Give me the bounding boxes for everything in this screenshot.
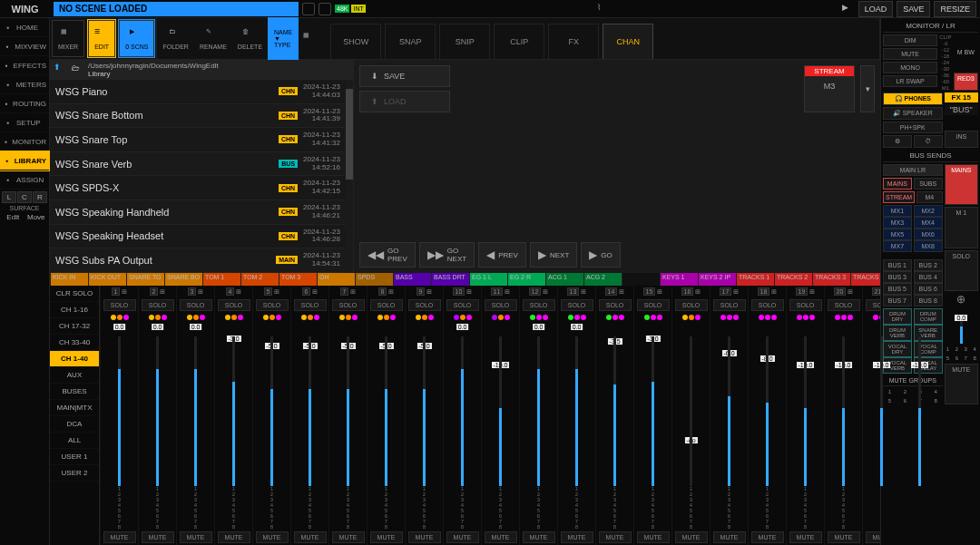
solo-button[interactable]: SOLO: [561, 299, 593, 311]
fader[interactable]: 0.0: [520, 322, 557, 486]
mute-button[interactable]: MUTE: [789, 531, 822, 543]
tab-show[interactable]: SHOW: [330, 24, 381, 59]
play-panel-icon[interactable]: ▶: [842, 3, 855, 15]
fader[interactable]: -3.0: [634, 322, 671, 486]
plus-icon[interactable]: ⊕: [945, 293, 978, 306]
phspk-button[interactable]: PH+SPK: [883, 122, 943, 133]
fader[interactable]: 0.0: [444, 322, 481, 486]
solo-button[interactable]: SOLO: [789, 299, 822, 311]
layer-aux[interactable]: AUX: [50, 367, 99, 384]
solo-button[interactable]: SOLO: [751, 299, 784, 311]
solo-button[interactable]: SOLO: [713, 299, 746, 311]
file-list[interactable]: WSG PianoCHN2024-11-2314:44:03WSG Snare …: [50, 80, 346, 273]
mx-send[interactable]: MX6: [914, 229, 943, 240]
mute-button[interactable]: MUTE: [332, 531, 365, 543]
rename-tool[interactable]: ✎RENAME: [194, 18, 232, 59]
solo-button[interactable]: SOLO: [294, 299, 327, 311]
layer-user2[interactable]: USER 2: [50, 465, 99, 482]
tab-clip[interactable]: CLIP: [494, 24, 544, 59]
layer-clrsolo[interactable]: CLR SOLO: [50, 286, 99, 302]
m4-send[interactable]: M4: [916, 191, 942, 203]
bus-send[interactable]: BUS 7: [883, 295, 912, 307]
stream-dropdown[interactable]: ▾: [860, 65, 875, 112]
subs-send[interactable]: SUBS: [914, 178, 943, 190]
save-button[interactable]: SAVE: [897, 1, 930, 17]
fader[interactable]: -10.0: [482, 322, 519, 486]
fader[interactable]: -10.0: [825, 322, 862, 486]
move-toggle[interactable]: Move: [25, 213, 48, 221]
file-row[interactable]: WSG Subs PA OutputMAIN2024-11-2314:54:31: [50, 248, 346, 273]
layer-ch116[interactable]: CH 1-16: [50, 302, 99, 318]
strip-header-cell[interactable]: TOM 2: [240, 273, 279, 286]
tab-fx[interactable]: FX: [548, 24, 599, 59]
bus-send[interactable]: BUS 2: [914, 259, 943, 271]
strip-header-cell[interactable]: TRACKS 3: [812, 273, 850, 286]
scenes-tool[interactable]: ▶0 SCNS: [119, 20, 154, 57]
mx-send[interactable]: MX3: [883, 217, 912, 229]
go-next-button[interactable]: ▶▶GO NEXT: [419, 242, 475, 268]
solo-button[interactable]: SOLO: [180, 299, 212, 311]
mute-button[interactable]: MUTE: [370, 531, 403, 543]
wifi-icon[interactable]: ⌇: [597, 3, 610, 15]
nav-setup[interactable]: ▪SETUP: [0, 113, 49, 132]
bus-send[interactable]: BUS 4: [914, 271, 943, 283]
strip-header-cell[interactable]: TOM 1: [202, 273, 240, 286]
mx-send[interactable]: MX4: [914, 217, 943, 229]
mute-button[interactable]: MUTE: [218, 531, 250, 543]
fader[interactable]: -5.0: [291, 322, 328, 486]
mains-red-button[interactable]: MAINS: [945, 164, 978, 205]
mute-button[interactable]: MUTE: [561, 531, 593, 543]
lrswap-button[interactable]: LR SWAP: [883, 75, 937, 87]
resize-button[interactable]: RESIZE: [934, 1, 976, 17]
stream-selector[interactable]: STREAM M3: [804, 65, 855, 112]
fader[interactable]: 0.0: [139, 322, 176, 486]
fader[interactable]: -10.0: [863, 322, 900, 486]
fader[interactable]: 0.0: [101, 322, 138, 486]
mute-button[interactable]: MUTE: [599, 531, 632, 543]
bus-send[interactable]: BUS 3: [883, 271, 912, 283]
mute-button[interactable]: MUTE: [637, 531, 670, 543]
nav-meters[interactable]: ▪METERS: [0, 75, 49, 94]
edit-toggle[interactable]: Edit: [2, 213, 24, 221]
strip-header-cell[interactable]: TRACKS 1: [736, 273, 774, 286]
fader[interactable]: -10.0: [787, 322, 824, 486]
solo-button[interactable]: SOLO: [256, 299, 289, 311]
file-scrollbar[interactable]: [346, 80, 353, 273]
mx-send[interactable]: MX7: [883, 240, 912, 252]
master-solo[interactable]: SOLO: [945, 250, 978, 291]
master-mute[interactable]: MUTE: [945, 364, 978, 404]
bus-send[interactable]: BUS 1: [883, 259, 912, 271]
bus-send[interactable]: BUS 6: [914, 283, 943, 295]
file-row[interactable]: WSG PianoCHN2024-11-2314:44:03: [50, 80, 346, 104]
layer-ch1732[interactable]: CH 17-32: [50, 318, 99, 335]
strip-header-cell[interactable]: TOM 3: [279, 273, 317, 286]
mute-button[interactable]: MUTE: [103, 531, 136, 543]
file-row[interactable]: WSG Speaking HandheldCHN2024-11-2314:46:…: [50, 200, 346, 225]
ins-button[interactable]: INS: [945, 131, 978, 148]
folder-open-icon[interactable]: 🗁: [72, 63, 84, 76]
nav-effects[interactable]: ▪EFFECTS: [0, 56, 49, 75]
solo-button[interactable]: SOLO: [103, 299, 136, 311]
nav-library[interactable]: ▪LIBRARY: [0, 151, 49, 170]
strip-header-cell[interactable]: ACG 1: [545, 273, 583, 286]
fader[interactable]: -3.0: [215, 322, 252, 486]
fx-badge[interactable]: FX 15: [945, 92, 978, 102]
folder-tool[interactable]: 🗀FOLDER: [157, 18, 193, 59]
strip-header-cell[interactable]: [622, 273, 660, 286]
fader[interactable]: -6.0: [710, 322, 748, 486]
solo-button[interactable]: SOLO: [828, 299, 860, 311]
detail-load-button[interactable]: ⬆LOAD: [359, 91, 450, 112]
dim-button[interactable]: DIM: [883, 34, 937, 46]
mx-send[interactable]: MX5: [883, 229, 912, 240]
mute-button[interactable]: MUTE: [713, 531, 746, 543]
nav-home[interactable]: ▪HOME: [0, 18, 49, 37]
phones-button[interactable]: 🎧 PHONES: [883, 92, 943, 105]
mute-button[interactable]: MUTE: [142, 531, 174, 543]
nav-routing[interactable]: ▪ROUTING: [0, 94, 49, 113]
mute-button[interactable]: MUTE: [828, 531, 860, 543]
surface-toggle[interactable]: L C R: [0, 190, 49, 205]
solo-button[interactable]: SOLO: [142, 299, 174, 311]
red3-badge[interactable]: RED3: [954, 73, 979, 92]
fader[interactable]: 0.0: [558, 322, 595, 486]
strip-header-cell[interactable]: KICK IN: [50, 273, 88, 286]
